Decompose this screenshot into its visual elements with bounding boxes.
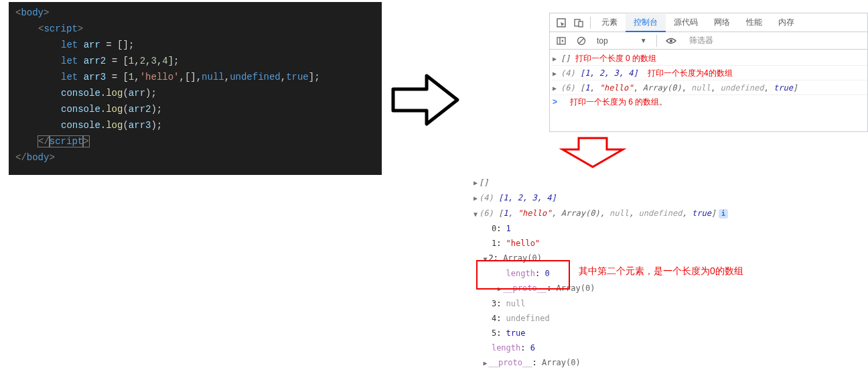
console-log-row[interactable]: ▶[] <box>469 175 868 190</box>
tab-sources[interactable]: 源代码 <box>666 13 706 32</box>
object-property-row[interactable]: ▶__proto__: Array(0) <box>469 355 868 371</box>
object-property-row[interactable]: length: 6 <box>469 340 868 355</box>
code-line: <body> <box>15 5 375 21</box>
console-log-row[interactable]: ▶(4) [1, 2, 3, 4] <box>469 190 868 206</box>
console-prompt[interactable]: > 打印一个长度为 6 的数组。 <box>551 95 867 109</box>
object-property-row[interactable]: 1: "hello" <box>469 236 868 251</box>
device-toggle-icon[interactable] <box>570 18 587 27</box>
code-line: let arr = []; <box>15 37 375 53</box>
annotation-box <box>476 260 570 290</box>
console-output: ▶ [] 打印一个长度 0 的数组 ▶ (4) [1, 2, 3, 4] 打印一… <box>550 50 867 110</box>
clear-console-icon[interactable] <box>573 36 590 46</box>
code-line: let arr3 = [1,'hello',[],null,undefined,… <box>15 69 375 85</box>
annotation-text: 打印一个长度为 6 的数组。 <box>570 97 667 108</box>
devtools-panel: 元素 控制台 源代码 网络 性能 内存 top▼ 筛选器 ▶ [] 打印一个长度… <box>549 13 868 132</box>
object-property-row[interactable]: 0: 1 <box>469 221 868 236</box>
object-property-row[interactable]: 3: null <box>469 296 868 311</box>
expand-toggle-icon[interactable]: ▶ <box>472 176 479 190</box>
code-line: <script> <box>15 21 375 37</box>
annotation-text: 其中第二个元素，是一个长度为0的数组 <box>579 265 743 277</box>
expand-toggle-icon[interactable]: ▶ <box>553 66 561 81</box>
execution-context-select[interactable]: top▼ <box>593 36 651 46</box>
svg-point-7 <box>670 40 672 42</box>
filter-input[interactable]: 筛选器 <box>689 35 713 46</box>
tab-network[interactable]: 网络 <box>706 13 738 32</box>
expand-toggle-icon[interactable]: ▶ <box>482 356 488 371</box>
tab-elements[interactable]: 元素 <box>593 13 626 32</box>
divider <box>656 35 657 47</box>
expand-toggle-icon[interactable]: ▶ <box>553 80 561 96</box>
code-line: </body> <box>15 149 375 166</box>
inspect-icon[interactable] <box>553 18 570 27</box>
annotation-text: 打印一个长度 0 的数组 <box>575 51 656 66</box>
divider <box>590 17 591 29</box>
tab-memory[interactable]: 内存 <box>770 13 802 32</box>
console-log-row[interactable]: ▶ (6) [1, "hello", Array(0), null, undef… <box>551 80 867 95</box>
code-editor: <body> <script> let arr = []; let arr2 =… <box>9 2 382 175</box>
arrow-right-icon <box>390 69 464 131</box>
collapse-toggle-icon[interactable]: ▼ <box>472 207 479 222</box>
code-line: console.log(arr2); <box>15 101 375 117</box>
prompt-caret-icon: > <box>553 97 561 107</box>
console-toolbar: top▼ 筛选器 <box>550 32 867 50</box>
tab-console[interactable]: 控制台 <box>626 14 666 32</box>
svg-rect-2 <box>579 21 583 27</box>
code-line: let arr2 = [1,2,3,4]; <box>15 53 375 69</box>
code-line: console.log(arr); <box>15 85 375 101</box>
devtools-tabbar: 元素 控制台 源代码 网络 性能 内存 <box>550 13 867 32</box>
console-log-row[interactable]: ▶ (4) [1, 2, 3, 4] 打印一个长度为4的数组 <box>551 66 867 80</box>
arrow-down-icon <box>556 136 630 170</box>
console-log-row[interactable]: ▶ [] 打印一个长度 0 的数组 <box>551 51 867 66</box>
console-log-row[interactable]: ▼(6) [1, "hello", Array(0), null, undefi… <box>469 206 868 221</box>
svg-line-6 <box>579 38 584 44</box>
annotation-text: 打印一个长度为4的数组 <box>648 66 733 80</box>
info-badge-icon[interactable]: i <box>719 209 728 219</box>
code-line: </script> <box>15 133 375 149</box>
expand-toggle-icon[interactable]: ▶ <box>553 51 561 66</box>
object-property-row[interactable]: 4: undefined <box>469 311 868 326</box>
object-property-row[interactable]: 5: true <box>469 326 868 340</box>
code-line: console.log(arr3); <box>15 117 375 133</box>
expand-toggle-icon[interactable]: ▶ <box>472 191 479 206</box>
chevron-down-icon: ▼ <box>640 37 647 44</box>
console-sidebar-toggle-icon[interactable] <box>553 37 570 45</box>
live-expression-icon[interactable] <box>662 37 680 45</box>
tab-performance[interactable]: 性能 <box>738 13 770 32</box>
